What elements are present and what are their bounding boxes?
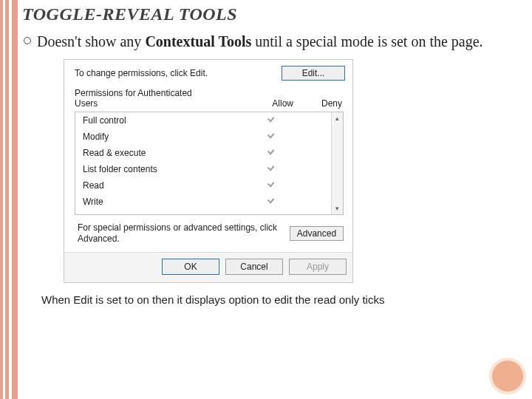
accent-bar	[12, 0, 18, 399]
scrollbar[interactable]: ▴ ▾	[331, 112, 343, 214]
permission-label: Full control	[83, 115, 251, 126]
scroll-up-icon[interactable]: ▴	[332, 112, 343, 124]
bullet-text: Doesn't show any Contextual Tools until …	[37, 32, 483, 52]
permission-row: Modify	[75, 129, 331, 145]
check-icon	[267, 132, 276, 140]
permissions-dialog: To change permissions, click Edit. Edit.…	[64, 59, 353, 283]
edit-button[interactable]: Edit...	[282, 66, 345, 81]
permission-label: List folder contents	[83, 164, 251, 174]
check-icon	[267, 115, 276, 124]
apply-button[interactable]: Apply	[289, 259, 347, 275]
accent-bar	[5, 0, 9, 399]
allow-cell	[251, 148, 291, 159]
permissions-for-line2: Users	[75, 98, 192, 109]
bullet-text-post: until a special mode is set on the page.	[251, 33, 482, 50]
decorative-circle	[489, 358, 526, 395]
allow-cell	[251, 132, 291, 143]
check-icon	[267, 180, 276, 189]
permission-row: Read	[75, 177, 331, 194]
allow-cell	[251, 180, 291, 191]
bullet-icon	[24, 37, 31, 44]
accent-bar	[0, 0, 3, 399]
column-allow-label: Allow	[272, 98, 293, 109]
column-deny-label: Deny	[321, 98, 342, 109]
permission-label: Read & execute	[83, 148, 251, 158]
check-icon	[267, 164, 276, 173]
permission-row: Read & execute	[75, 145, 331, 161]
permissions-for-label: Permissions for Authenticated Users	[75, 88, 192, 109]
bullet-item: Doesn't show any Contextual Tools until …	[24, 32, 520, 52]
permission-row: Write	[75, 194, 331, 210]
permission-row: List folder contents	[75, 161, 331, 177]
check-icon	[267, 197, 276, 205]
dialog-button-bar: OK Cancel Apply	[64, 252, 352, 282]
scroll-down-icon[interactable]: ▾	[332, 202, 343, 214]
slide-content: TOGGLE-REVEAL TOOLS Doesn't show any Con…	[22, 0, 528, 306]
ok-button[interactable]: OK	[162, 259, 219, 275]
allow-cell	[251, 115, 291, 126]
edit-hint-label: To change permissions, click Edit.	[75, 68, 208, 78]
advanced-button[interactable]: Advanced	[290, 226, 344, 241]
allow-cell	[251, 164, 291, 175]
permission-label: Write	[83, 197, 251, 207]
permission-label: Modify	[83, 132, 251, 142]
check-icon	[267, 148, 276, 157]
permission-row: Full control	[75, 112, 331, 129]
advanced-hint-label: For special permissions or advanced sett…	[78, 222, 284, 245]
permission-label: Read	[83, 180, 251, 191]
bullet-text-bold: Contextual Tools	[145, 33, 251, 50]
page-title: TOGGLE-REVEAL TOOLS	[22, 4, 528, 24]
permissions-list: Full controlModifyRead & executeList fol…	[75, 112, 344, 215]
slide-caption: When Edit is set to on then it displays …	[41, 293, 528, 306]
cancel-button[interactable]: Cancel	[225, 259, 283, 275]
permissions-for-line1: Permissions for Authenticated	[75, 88, 192, 98]
bullet-text-pre: Doesn't show any	[37, 33, 145, 50]
allow-cell	[251, 197, 291, 208]
